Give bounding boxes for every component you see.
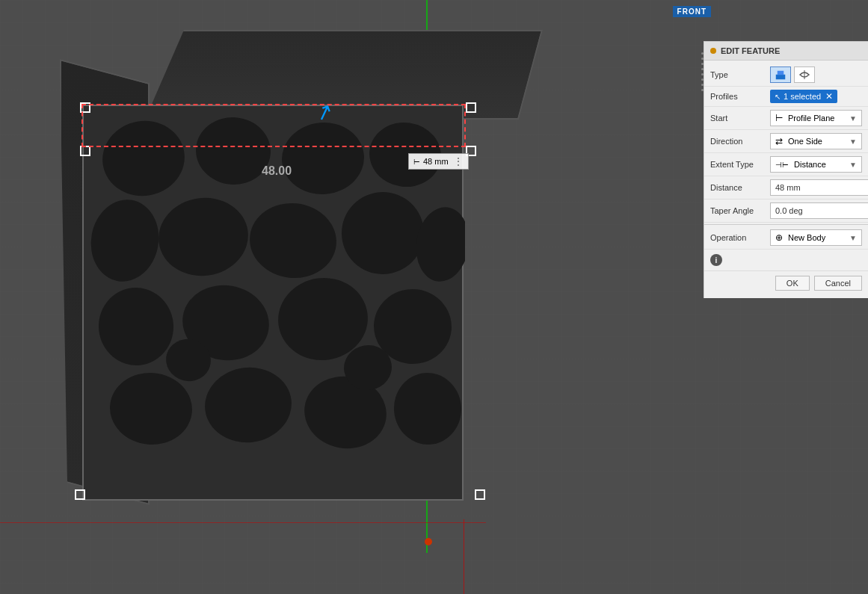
taper-angle-input[interactable] (770, 202, 868, 219)
profiles-badge-text: 1 selected (784, 92, 821, 101)
dimension-menu-dots[interactable]: ⋮ (453, 155, 464, 167)
panel-body: Type (704, 61, 868, 298)
svg-point-13 (107, 369, 195, 448)
type-row: Type (704, 64, 868, 87)
svg-point-2 (279, 119, 367, 197)
panel-header: EDIT FEATURE (704, 42, 868, 61)
type-control (770, 66, 862, 83)
extent-type-value: Distance (794, 160, 826, 169)
type-button-2[interactable] (794, 66, 815, 83)
start-value: Profile Plane (788, 114, 834, 123)
start-dropdown[interactable]: ⊢ Profile Plane ▼ (770, 110, 862, 126)
view-label: FRONT (673, 6, 711, 17)
type-button-1[interactable] (770, 66, 791, 83)
corner-bot-l (75, 489, 85, 500)
distance-input[interactable] (770, 179, 868, 196)
svg-rect-20 (778, 71, 784, 75)
profiles-label: Profiles (710, 92, 770, 101)
svg-point-9 (95, 284, 177, 369)
cursor-icon: ↖ (775, 93, 781, 101)
info-icon[interactable]: i (710, 254, 722, 266)
direction-row: Direction ⇄ One Side ▼ (704, 130, 868, 153)
distance-label: Distance (710, 183, 770, 192)
operation-dropdown-arrow: ▼ (849, 234, 857, 242)
extent-type-row: Extent Type ⊣⊢ Distance ▼ (704, 153, 868, 176)
start-icon: ⊢ (775, 113, 783, 123)
corner-tl (80, 102, 90, 113)
distance-control (770, 179, 868, 196)
corner-tr (466, 102, 476, 113)
viewport: FRONT ↗ (0, 0, 868, 594)
panel-header-dot (710, 48, 716, 54)
model-dimension-label: 48.00 (262, 164, 292, 178)
corner-bl (80, 146, 90, 156)
ok-button[interactable]: OK (775, 276, 810, 291)
extent-type-control: ⊣⊢ Distance ▼ (770, 156, 862, 173)
operation-control: ⊕ New Body ▼ (770, 229, 862, 246)
operation-value: New Body (788, 233, 825, 242)
taper-angle-row: Taper Angle (704, 199, 868, 223)
svg-point-4 (84, 194, 165, 287)
distance-row: Distance (704, 176, 868, 199)
extent-type-label: Extent Type (710, 160, 770, 169)
profiles-row: Profiles ↖ 1 selected ✕ (704, 87, 868, 107)
info-row: i (704, 250, 868, 270)
operation-dropdown[interactable]: ⊕ New Body ▼ (770, 229, 862, 246)
profiles-clear-button[interactable]: ✕ (825, 91, 833, 102)
dimension-callout: 48 mm ⋮ (408, 153, 469, 170)
taper-angle-control (770, 202, 868, 219)
extent-type-dropdown[interactable]: ⊣⊢ Distance ▼ (770, 156, 862, 173)
svg-point-5 (153, 192, 253, 282)
direction-label: Direction (710, 137, 770, 146)
direction-value: One Side (788, 137, 822, 146)
svg-point-14 (200, 362, 295, 447)
corner-bot-r (475, 489, 485, 500)
type-label: Type (710, 70, 770, 79)
extent-type-dropdown-arrow: ▼ (849, 161, 857, 169)
edit-feature-panel: EDIT FEATURE Type (704, 41, 868, 298)
dimension-value: 48 mm (423, 157, 449, 166)
start-dropdown-arrow: ▼ (849, 114, 857, 123)
start-control: ⊢ Profile Plane ▼ (770, 110, 862, 126)
svg-point-16 (391, 370, 464, 447)
direction-control: ⇄ One Side ▼ (770, 133, 862, 149)
direction-dropdown[interactable]: ⇄ One Side ▼ (770, 133, 862, 149)
start-label: Start (710, 114, 770, 123)
taper-angle-label: Taper Angle (710, 206, 770, 215)
operation-row: Operation ⊕ New Body ▼ (704, 226, 868, 250)
direction-dropdown-arrow: ▼ (849, 137, 857, 146)
svg-point-7 (334, 185, 431, 282)
profiles-badge[interactable]: ↖ 1 selected ✕ (770, 90, 837, 103)
svg-point-6 (246, 199, 340, 282)
svg-point-0 (96, 114, 191, 202)
model-canvas: ↗ (37, 30, 673, 560)
operation-icon: ⊕ (775, 232, 783, 243)
start-row: Start ⊢ Profile Plane ▼ (704, 107, 868, 130)
direction-icon: ⇄ (775, 136, 783, 146)
cancel-button[interactable]: Cancel (814, 276, 862, 291)
operation-label: Operation (710, 233, 770, 242)
profiles-control: ↖ 1 selected ✕ (770, 90, 862, 103)
panel-title: EDIT FEATURE (721, 46, 780, 55)
svg-rect-19 (776, 75, 785, 79)
action-buttons: OK Cancel (704, 270, 868, 295)
extent-icon: ⊣⊢ (775, 161, 789, 169)
